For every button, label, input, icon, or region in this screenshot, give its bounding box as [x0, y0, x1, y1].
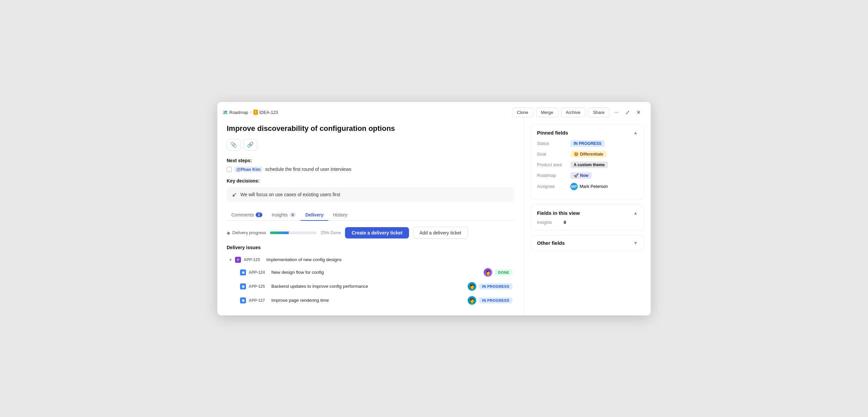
issue-title: Implementation of new config designs: [266, 257, 512, 262]
issue-title: Improve page rendering time: [271, 298, 465, 303]
table-row: ▣ APP-125 Backend updates to improve con…: [227, 279, 514, 293]
issue-id: APP-125: [249, 284, 269, 289]
progress-pct: 25% Done: [321, 230, 341, 235]
pinned-fields-section: Pinned fields ▲ Status IN PROGRESS Goal …: [531, 124, 644, 200]
fields-in-view-collapse[interactable]: ▲: [633, 210, 638, 215]
main-content: Improve discoverability of configuration…: [217, 117, 524, 315]
delivery-issues-label: Delivery issues: [227, 245, 514, 250]
add-delivery-ticket-button[interactable]: Add a delivery ticket: [413, 227, 467, 239]
tab-history[interactable]: History: [328, 209, 352, 221]
fields-in-view-title: Fields in this view: [537, 210, 580, 216]
pinned-fields-title: Pinned fields: [537, 130, 568, 136]
avatar: 👩: [468, 296, 476, 305]
issue-title: New design flow for config: [271, 270, 481, 275]
expand-button[interactable]: ⤢: [623, 107, 632, 117]
progress-bar: [270, 232, 317, 234]
issue-type-icon: ▣: [240, 283, 246, 289]
merge-button[interactable]: Merge: [536, 108, 558, 117]
other-fields-title: Other fields: [537, 240, 565, 246]
modal-body: Improve discoverability of configuration…: [217, 117, 651, 315]
clone-button[interactable]: Clone: [512, 108, 533, 117]
tab-delivery[interactable]: Delivery: [301, 209, 328, 221]
progress-bar-fill: [270, 232, 289, 234]
insights-field-key: Insights: [537, 220, 564, 225]
tabs: Comments 2 Insights 8 Delivery History: [227, 209, 514, 221]
other-fields-header: Other fields ▼: [537, 240, 638, 246]
status-badge: IN PROGRESS: [479, 283, 512, 289]
issue-group: ▼ ⚡ APP-123 Implementation of new config…: [227, 254, 514, 307]
issue-id: APP-123: [244, 257, 264, 262]
link-button[interactable]: 🔗: [243, 139, 257, 150]
issue-type-icon: ⚡: [235, 257, 241, 263]
roadmap-badge: 🚀 Now: [570, 172, 592, 179]
header-actions: Clone Merge Archive Share ··· ⤢ ✕: [512, 107, 643, 117]
issue-type-icon: ▣: [240, 298, 246, 304]
issue-type-icon: ▣: [240, 270, 246, 275]
sidebar: Pinned fields ▲ Status IN PROGRESS Goal …: [524, 117, 651, 315]
archive-button[interactable]: Archive: [561, 108, 585, 117]
toolbar: 📎 🔗: [227, 139, 514, 150]
table-row: ▣ APP-124 New design flow for config 👩 D…: [227, 266, 514, 279]
pinned-status-row: Status IN PROGRESS: [537, 140, 638, 147]
more-button[interactable]: ···: [612, 107, 621, 117]
pinned-roadmap-key: Roadmap: [537, 173, 570, 178]
breadcrumb-roadmap[interactable]: 🗺️ Roadmap: [223, 110, 248, 115]
other-fields-expand[interactable]: ▼: [633, 241, 638, 245]
tab-comments[interactable]: Comments 2: [227, 209, 267, 221]
goal-badge: 🤩 Differentiate: [570, 151, 607, 158]
issue-title: Backend updates to improve config perfor…: [271, 284, 465, 289]
expand-icon[interactable]: ▼: [229, 258, 232, 262]
pinned-status-val[interactable]: IN PROGRESS: [570, 140, 604, 147]
pinned-goal-val[interactable]: 🤩 Differentiate: [570, 151, 607, 158]
table-row: ▼ ⚡ APP-123 Implementation of new config…: [227, 254, 514, 266]
page-title: Improve discoverability of configuration…: [227, 124, 514, 133]
product-area-badge: A custom theme: [570, 162, 608, 168]
create-delivery-ticket-button[interactable]: Create a delivery ticket: [345, 227, 409, 239]
pinned-assignee-row: Assignee MP Mark Peterson: [537, 183, 638, 190]
issue-id: APP-127: [249, 298, 269, 303]
pinned-goal-row: Goal 🤩 Differentiate: [537, 151, 638, 158]
pinned-assignee-val[interactable]: MP Mark Peterson: [570, 183, 608, 190]
table-row: ▣ APP-127 Improve page rendering time 👩 …: [227, 293, 514, 307]
modal-header: 🗺️ Roadmap / ! IDEA-123 Clone Merge Arch…: [217, 102, 651, 117]
close-button[interactable]: ✕: [634, 107, 643, 117]
fields-in-view-header: Fields in this view ▲: [537, 210, 638, 216]
comments-badge: 2: [256, 212, 262, 217]
mention-tag: @Phan Kim: [234, 167, 263, 172]
insights-badge: 8: [289, 212, 296, 217]
share-button[interactable]: Share: [588, 108, 610, 117]
tab-insights[interactable]: Insights 8: [267, 209, 301, 221]
assignee-name: Mark Peterson: [580, 184, 608, 189]
key-decisions-label: Key decisions:: [227, 178, 514, 183]
breadcrumb-idea[interactable]: ! IDEA-123: [253, 110, 278, 115]
next-steps-label: Next steps:: [227, 158, 514, 163]
breadcrumb: 🗺️ Roadmap / ! IDEA-123: [223, 110, 278, 115]
decision-box: ↙ We will focus on use cases of existing…: [227, 187, 514, 202]
status-badge: IN PROGRESS: [570, 140, 604, 147]
pinned-assignee-key: Assignee: [537, 184, 570, 189]
decision-icon: ↙: [232, 191, 237, 198]
pinned-status-key: Status: [537, 141, 570, 146]
next-steps-item: @Phan Kim schedule the first round of us…: [227, 167, 514, 172]
insights-field-value: 8: [564, 220, 566, 225]
other-fields-section: Other fields ▼: [531, 235, 644, 251]
status-badge: DONE: [495, 270, 512, 275]
idea-badge: !: [253, 110, 258, 115]
decision-text: We will focus on use cases of existing u…: [240, 192, 340, 197]
pinned-product-area-row: Product area A custom theme: [537, 162, 638, 168]
pinned-product-area-key: Product area: [537, 162, 570, 167]
avatar: 👩: [484, 268, 492, 277]
delivery-progress-row: ◆ Delivery progress 25% Done Create a de…: [227, 227, 514, 239]
insights-field-row: Insights 8: [537, 220, 638, 225]
map-icon: 🗺️: [223, 110, 228, 115]
status-badge: IN PROGRESS: [479, 298, 512, 304]
next-steps-checkbox[interactable]: [227, 167, 232, 172]
pinned-roadmap-val[interactable]: 🚀 Now: [570, 172, 592, 179]
modal: 🗺️ Roadmap / ! IDEA-123 Clone Merge Arch…: [217, 102, 651, 315]
fields-in-view-section: Fields in this view ▲ Insights 8: [531, 205, 644, 231]
issue-id: APP-124: [249, 270, 269, 275]
pinned-goal-key: Goal: [537, 151, 570, 157]
attachment-button[interactable]: 📎: [227, 139, 241, 150]
pinned-fields-collapse[interactable]: ▲: [633, 130, 638, 135]
pinned-product-area-val[interactable]: A custom theme: [570, 162, 608, 168]
